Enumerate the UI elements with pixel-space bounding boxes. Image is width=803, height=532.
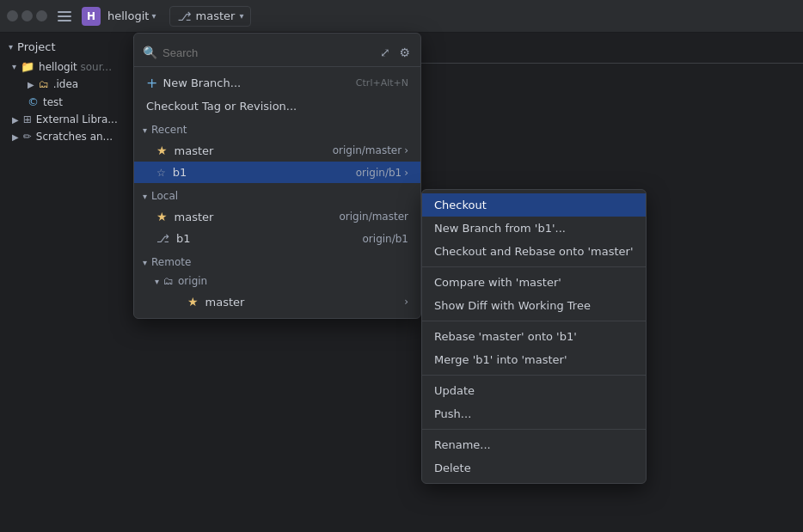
window-btn-3 — [36, 10, 47, 21]
branch-selector[interactable]: ⎇ master ▾ — [169, 6, 251, 27]
title-bar: H hellogit ▾ ⎇ master ▾ — [0, 0, 803, 33]
branch-tag-recent-master: origin/master › — [333, 144, 408, 156]
expand-icon[interactable]: ⤢ — [378, 44, 392, 61]
sidebar-project-header[interactable]: ▾ Project — [0, 36, 133, 58]
ctx-divider-4 — [422, 429, 646, 430]
settings-icon[interactable]: ⚙ — [397, 44, 412, 61]
branch-item-local-master[interactable]: ★ master origin/master — [134, 205, 420, 228]
branch-name-recent-b1: b1 — [173, 166, 187, 179]
hamburger-menu[interactable] — [54, 8, 75, 25]
context-menu: Checkout New Branch from 'b1'... Checkou… — [421, 189, 647, 484]
scratches-expand-icon: ▶ — [12, 132, 19, 142]
window-controls — [7, 10, 47, 21]
section-recent: ▾ Recent ★ master origin/master › ☆ b1 o… — [134, 120, 420, 183]
branch-item-recent-master[interactable]: ★ master origin/master › — [134, 139, 420, 162]
star-gold-icon-1: ★ — [156, 144, 168, 157]
branch-icon: ⎇ — [177, 9, 191, 23]
remote-chevron-icon: ▾ — [143, 258, 147, 267]
ctx-checkout-rebase[interactable]: Checkout and Rebase onto 'master' — [422, 240, 646, 263]
local-chevron-icon: ▾ — [143, 192, 147, 201]
branch-popup: 🔍 ⤢ ⚙ + New Branch... Ctrl+Alt+N Checkou… — [133, 33, 421, 319]
branch-local-icon: ⎇ — [156, 232, 169, 245]
ctx-delete[interactable]: Delete — [422, 456, 646, 480]
origin-folder-icon: 🗂 — [163, 275, 174, 287]
ctx-merge[interactable]: Merge 'b1' into 'master' — [422, 348, 646, 371]
branch-search-input[interactable] — [162, 46, 373, 59]
remote-origin-group: ▾ 🗂 origin ★ master › — [134, 272, 420, 313]
sidebar-item-scratches[interactable]: ▶ ✏ Scratches an... — [0, 128, 133, 145]
sidebar-item-test[interactable]: © test — [0, 93, 133, 111]
section-recent-label: Recent — [151, 124, 187, 136]
new-branch-action[interactable]: + New Branch... Ctrl+Alt+N — [134, 70, 420, 95]
section-recent-header[interactable]: ▾ Recent — [134, 120, 420, 139]
ctx-rename[interactable]: Rename... — [422, 433, 646, 456]
scratches-icon: ✏ — [23, 131, 32, 143]
branch-name-recent-master: master — [175, 144, 214, 157]
section-local-header[interactable]: ▾ Local — [134, 187, 420, 205]
project-name-label: hellogit — [107, 9, 149, 22]
ctx-show-diff[interactable]: Show Diff with Working Tree — [422, 294, 646, 317]
section-local-label: Local — [151, 190, 178, 202]
branch-name-local-master: master — [175, 211, 214, 223]
recent-chevron-icon: ▾ — [143, 125, 147, 135]
origin-header[interactable]: ▾ 🗂 origin — [146, 272, 420, 290]
window-btn-2 — [21, 10, 33, 21]
ctx-checkout[interactable]: Checkout — [422, 193, 646, 217]
new-branch-shortcut: Ctrl+Alt+N — [356, 77, 408, 89]
branch-name-label: master — [196, 9, 236, 22]
branch-item-remote-master[interactable]: ★ master › — [146, 290, 420, 313]
ctx-update[interactable]: Update — [422, 379, 646, 402]
sidebar-item-idea[interactable]: ▶ 🗂 .idea — [0, 76, 133, 93]
idea-label: .idea — [53, 78, 79, 90]
branch-item-local-b1[interactable]: ⎇ b1 origin/b1 — [134, 228, 420, 249]
ctx-rebase[interactable]: Rebase 'master' onto 'b1' — [422, 325, 646, 348]
project-name[interactable]: hellogit ▾ — [107, 9, 156, 22]
test-label: test — [43, 96, 63, 108]
branch-tag-remote-master: › — [404, 296, 408, 308]
ctx-push[interactable]: Push... — [422, 402, 646, 425]
ctx-divider-2 — [422, 321, 646, 321]
branch-tag-local-master: origin/master — [339, 211, 408, 223]
project-expand-icon: ▾ — [9, 42, 13, 52]
sidebar: ▾ Project ▾ 📁 hellogit sour... ▶ 🗂 .idea… — [0, 33, 133, 532]
idea-expand-icon: ▶ — [28, 80, 34, 89]
checkout-tag-action[interactable]: Checkout Tag or Revision... — [134, 95, 420, 117]
branch-tag-recent-b1: origin/b1 › — [356, 167, 408, 179]
scratches-label: Scratches an... — [36, 131, 113, 143]
section-remote-label: Remote — [151, 256, 191, 268]
branch-name-remote-master: master — [205, 296, 245, 309]
ctx-new-branch[interactable]: New Branch from 'b1'... — [422, 217, 646, 240]
section-local: ▾ Local ★ master origin/master ⎇ b1 orig… — [134, 187, 420, 249]
sidebar-item-external-libraries[interactable]: ▶ ⊞ External Libra... — [0, 111, 133, 128]
app-logo: H — [82, 7, 101, 26]
ctx-divider-3 — [422, 375, 646, 376]
root-label: hellogit sour... — [39, 61, 112, 73]
folder-icon: 📁 — [21, 60, 34, 73]
ext-lib-label: External Libra... — [36, 113, 118, 125]
project-chevron-icon: ▾ — [151, 11, 156, 21]
origin-chevron-icon: ▾ — [155, 277, 159, 286]
branch-item-recent-b1[interactable]: ☆ b1 origin/b1 › — [134, 162, 420, 183]
arrow-icon-3: › — [404, 296, 408, 308]
sidebar-item-root[interactable]: ▾ 📁 hellogit sour... — [0, 58, 133, 76]
star-outline-icon-1: ☆ — [156, 167, 166, 179]
arrow-icon-2: › — [404, 167, 408, 179]
branch-tag-local-b1: origin/b1 — [363, 233, 408, 245]
ext-lib-icon: ⊞ — [23, 113, 32, 125]
sidebar-project-label: Project — [17, 40, 55, 53]
branch-name-local-b1: b1 — [176, 232, 191, 245]
arrow-icon-1: › — [404, 144, 408, 156]
window-btn-1 — [7, 10, 18, 21]
test-file-icon: © — [28, 95, 39, 108]
branch-search-bar: 🔍 ⤢ ⚙ — [134, 39, 420, 67]
star-gold-icon-3: ★ — [187, 295, 199, 309]
ctx-compare[interactable]: Compare with 'master' — [422, 271, 646, 294]
origin-label: origin — [178, 275, 207, 287]
checkout-tag-label: Checkout Tag or Revision... — [146, 100, 297, 113]
plus-icon: + — [146, 75, 157, 91]
new-branch-label: New Branch... — [162, 76, 241, 89]
branch-chevron-icon: ▾ — [239, 11, 243, 21]
section-remote-header[interactable]: ▾ Remote — [134, 253, 420, 272]
section-remote: ▾ Remote ▾ 🗂 origin ★ master › — [134, 253, 420, 313]
ctx-divider-1 — [422, 266, 646, 267]
